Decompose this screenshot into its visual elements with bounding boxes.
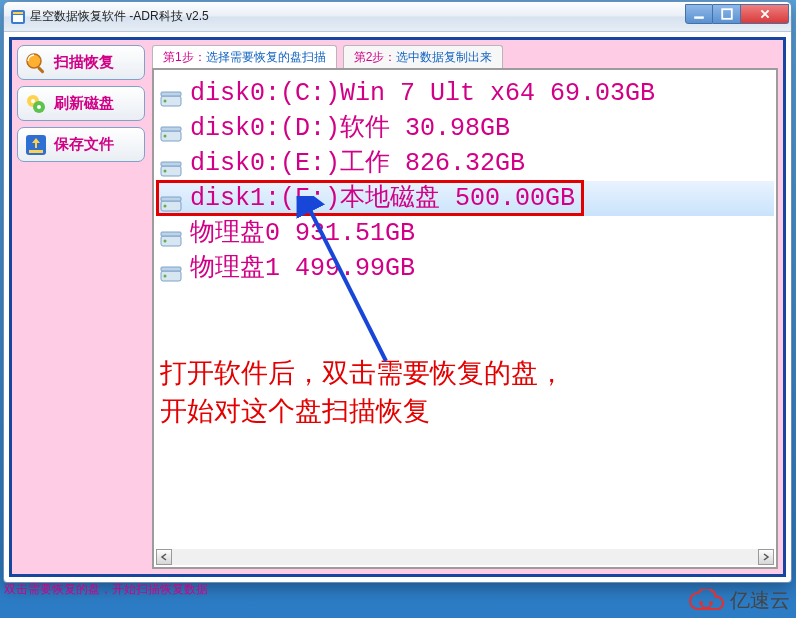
save-file-button[interactable]: 保存文件 [17,127,145,162]
sidebar: 扫描恢复 刷新磁盘 保存文件 [17,45,145,168]
tab-step2-prefix: 第2步： [354,50,397,64]
drive-icon [160,225,182,243]
svg-rect-2 [13,12,23,14]
svg-rect-3 [694,16,704,18]
disk-text: disk1:(F:)本地磁盘 500.00GB [190,181,575,216]
drive-icon [160,155,182,173]
disk-list: disk0:(C:)Win 7 Ult x64 69.03GB disk0:(D… [156,76,774,547]
svg-point-24 [164,204,167,207]
svg-rect-16 [161,92,181,96]
watermark-text: 亿速云 [730,587,790,614]
magnify-icon [24,51,48,75]
svg-rect-28 [161,232,181,236]
app-icon [10,9,26,25]
close-button[interactable] [741,4,789,24]
svg-rect-4 [722,9,732,19]
tab-step1-text: 选择需要恢复的盘扫描 [206,50,326,64]
disk-text: disk0:(C:)Win 7 Ult x64 69.03GB [190,76,655,111]
disk-text: 物理盘1 499.99GB [190,251,415,286]
refresh-disk-button[interactable]: 刷新磁盘 [17,86,145,121]
scroll-left-button[interactable] [156,549,172,565]
window-title: 星空数据恢复软件 -ADR科技 v2.5 [30,8,685,25]
scroll-right-button[interactable] [758,549,774,565]
svg-point-15 [164,99,167,102]
disk-text: 物理盘0 931.51GB [190,216,415,251]
app-window: 星空数据恢复软件 -ADR科技 v2.5 扫描恢复 刷新磁盘 [3,1,792,583]
annotation-text: 打开软件后，双击需要恢复的盘， 开始对这个盘扫描恢复 [160,354,565,430]
watermark: 亿速云 [686,587,790,614]
minimize-button[interactable] [685,4,713,24]
drive-icon [160,120,182,138]
disk-row-selected[interactable]: disk1:(F:)本地磁盘 500.00GB [156,181,774,216]
scroll-track[interactable] [172,549,758,565]
svg-point-18 [164,134,167,137]
svg-point-27 [164,239,167,242]
svg-point-10 [37,105,41,109]
svg-point-9 [31,99,35,103]
disk-row[interactable]: disk0:(E:)工作 826.32GB [156,146,774,181]
disk-row[interactable]: 物理盘1 499.99GB [156,251,774,286]
svg-rect-25 [161,197,181,201]
annotation-line2: 开始对这个盘扫描恢复 [160,392,565,430]
horizontal-scrollbar[interactable] [156,549,774,565]
scan-recover-button[interactable]: 扫描恢复 [17,45,145,80]
disk-row[interactable]: disk0:(D:)软件 30.98GB [156,111,774,146]
svg-rect-31 [161,267,181,271]
refresh-icon [24,92,48,116]
svg-rect-13 [29,150,43,153]
drive-icon [160,85,182,103]
window-controls [685,4,789,24]
client-area: 扫描恢复 刷新磁盘 保存文件 第1步：选择需要恢复的盘扫描 [9,37,786,577]
refresh-disk-label: 刷新磁盘 [54,94,114,113]
disk-list-frame: disk0:(C:)Win 7 Ult x64 69.03GB disk0:(D… [152,68,778,569]
tab-step1-prefix: 第1步： [163,50,206,64]
tabs: 第1步：选择需要恢复的盘扫描 第2步：选中数据复制出来 [152,45,778,69]
annotation-line1: 打开软件后，双击需要恢复的盘， [160,354,565,392]
drive-icon [160,260,182,278]
main-area: 第1步：选择需要恢复的盘扫描 第2步：选中数据复制出来 disk0:(C:)Wi… [152,45,778,569]
disk-text: disk0:(E:)工作 826.32GB [190,146,525,181]
disk-text: disk0:(D:)软件 30.98GB [190,111,510,146]
status-bar: 双击需要恢复的盘，开始扫描恢复数据 [4,581,208,598]
save-icon [24,133,48,157]
svg-rect-22 [161,162,181,166]
save-file-label: 保存文件 [54,135,114,154]
svg-point-30 [164,274,167,277]
tab-step2-text: 选中数据复制出来 [396,50,492,64]
disk-row[interactable]: disk0:(C:)Win 7 Ult x64 69.03GB [156,76,774,111]
scan-recover-label: 扫描恢复 [54,53,114,72]
tab-step1[interactable]: 第1步：选择需要恢复的盘扫描 [152,45,337,69]
maximize-button[interactable] [713,4,741,24]
svg-rect-6 [37,66,45,74]
tab-step2[interactable]: 第2步：选中数据复制出来 [343,45,504,69]
disk-row[interactable]: 物理盘0 931.51GB [156,216,774,251]
svg-rect-19 [161,127,181,131]
svg-rect-1 [13,15,23,22]
svg-point-21 [164,169,167,172]
titlebar[interactable]: 星空数据恢复软件 -ADR科技 v2.5 [4,2,791,32]
cloud-icon [686,589,726,613]
drive-icon [160,190,182,208]
svg-point-5 [27,54,41,68]
